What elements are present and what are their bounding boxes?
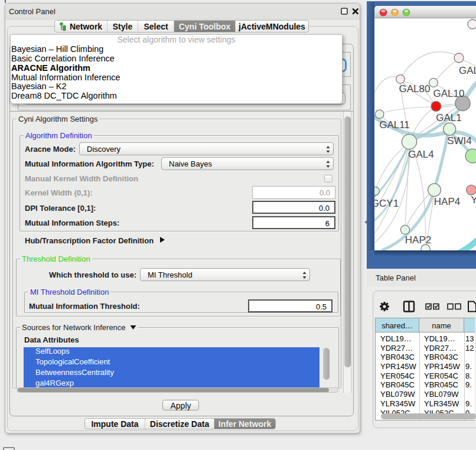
svg-text:GAL1: GAL1 <box>436 112 461 123</box>
svg-text:HAP2: HAP2 <box>405 234 431 246</box>
svg-text:GAL: GAL <box>459 65 476 76</box>
svg-text:HAP4: HAP4 <box>434 196 460 207</box>
svg-text:GAL4: GAL4 <box>408 149 433 160</box>
svg-text:SWI4: SWI4 <box>447 135 472 146</box>
svg-text:GCY1: GCY1 <box>374 198 399 209</box>
svg-text:GAL10: GAL10 <box>433 88 465 99</box>
svg-text:GAL80: GAL80 <box>399 83 431 94</box>
svg-text:Y: Y <box>471 194 476 206</box>
svg-text:GAL11: GAL11 <box>379 119 410 131</box>
